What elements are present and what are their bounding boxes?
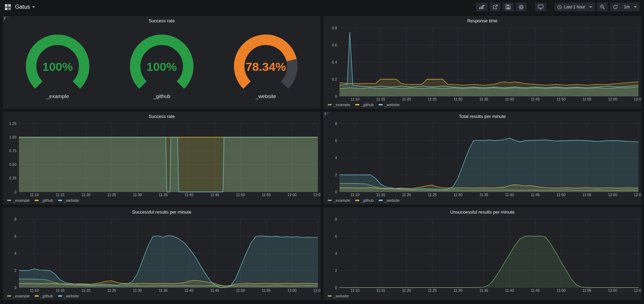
gauge-value: 78.34% [246, 60, 286, 73]
legend-_example[interactable]: _example [7, 198, 30, 202]
gauge-value: 100% [43, 60, 73, 73]
svg-text:11:35: 11:35 [159, 288, 168, 292]
svg-text:11:35: 11:35 [159, 193, 168, 197]
panel-successful-results: Successful results per minute 11:1011:15… [3, 207, 321, 300]
gauge-value: 100% [147, 60, 177, 73]
caret-down-icon [32, 6, 35, 8]
legend-swatch [355, 200, 359, 201]
svg-text:11:30: 11:30 [454, 97, 463, 101]
share-icon [493, 5, 498, 9]
panel-title[interactable]: Successful results per minute [3, 207, 321, 216]
svg-text:11:55: 11:55 [262, 288, 271, 292]
svg-text:2: 2 [335, 268, 337, 273]
share-button[interactable] [490, 2, 501, 12]
svg-text:11:45: 11:45 [531, 193, 540, 197]
svg-text:0.25: 0.25 [9, 176, 17, 180]
svg-text:11:35: 11:35 [479, 193, 488, 197]
svg-text:12:05: 12:05 [634, 97, 641, 101]
panel-title-text: Unsuccessful results per minute [450, 209, 514, 215]
legend-swatch [7, 295, 11, 297]
zoom-out-icon [600, 5, 605, 9]
legend-_github[interactable]: _github [35, 198, 53, 202]
svg-text:11:15: 11:15 [376, 288, 385, 292]
svg-text:1.25: 1.25 [9, 121, 17, 126]
svg-text:11:20: 11:20 [402, 288, 411, 292]
panel-title-text: Successful results per minute [132, 209, 191, 215]
gauge-label: _website [255, 93, 276, 99]
svg-text:12:05: 12:05 [634, 288, 641, 292]
zoom-out-button[interactable] [597, 2, 608, 12]
panel-title[interactable]: Response time [323, 16, 641, 25]
legend-_example[interactable]: _example [7, 294, 30, 298]
svg-text:11:30: 11:30 [133, 193, 142, 197]
save-button[interactable] [503, 2, 514, 12]
successful-results-per-minute-plot[interactable]: 11:1011:1511:2011:2511:3011:3511:4011:45… [6, 216, 321, 293]
refresh-icon [613, 5, 618, 9]
svg-text:2: 2 [335, 173, 337, 177]
response-time-chart: 11:1011:1511:2011:2511:3011:3511:4011:45… [323, 25, 641, 102]
legend-swatch [58, 295, 62, 297]
legend-_github[interactable]: _github [35, 294, 53, 298]
svg-text:11:35: 11:35 [479, 97, 488, 101]
legend-swatch [35, 200, 39, 201]
svg-text:8: 8 [335, 217, 337, 221]
svg-text:11:20: 11:20 [81, 288, 90, 292]
panel-title[interactable]: Success rate [3, 16, 321, 25]
chart-legend: _example_github_website [3, 198, 321, 205]
time-range-button[interactable]: Last 1 hour [554, 2, 595, 12]
panel-title[interactable]: Success rate [3, 112, 321, 121]
svg-text:12:00: 12:00 [287, 193, 297, 197]
panel-title[interactable]: Unsuccessful results per minute [323, 207, 641, 216]
info-icon[interactable]: i [323, 112, 330, 118]
svg-text:11:45: 11:45 [531, 97, 540, 101]
settings-button[interactable] [515, 2, 527, 12]
info-icon[interactable]: i [3, 16, 9, 22]
svg-text:0.2: 0.2 [332, 77, 337, 81]
gauge-_github: 100% _github [116, 32, 207, 100]
add-panel-icon [479, 5, 485, 9]
legend-_example[interactable]: _example [328, 103, 350, 107]
legend-swatch [328, 295, 332, 297]
total-results-per-minute-plot[interactable]: 11:1011:1511:2011:2511:3011:3511:4011:45… [326, 121, 641, 198]
chart-legend: _example_github_website [323, 102, 641, 109]
legend-_website[interactable]: _website [58, 198, 79, 202]
svg-text:12:05: 12:05 [634, 193, 641, 197]
legend-_example[interactable]: _example [328, 198, 350, 202]
legend-swatch [379, 104, 383, 105]
svg-text:11:55: 11:55 [262, 193, 271, 197]
refresh-button[interactable] [610, 2, 621, 12]
svg-text:4: 4 [335, 156, 337, 160]
svg-text:11:15: 11:15 [376, 193, 385, 197]
svg-text:11:30: 11:30 [454, 288, 463, 292]
legend-_website[interactable]: _website [379, 198, 400, 202]
svg-text:11:50: 11:50 [236, 193, 245, 197]
svg-text:11:15: 11:15 [376, 97, 385, 101]
svg-text:4: 4 [14, 251, 16, 255]
svg-text:0.75: 0.75 [9, 149, 17, 153]
svg-text:11:55: 11:55 [583, 193, 592, 197]
refresh-interval-dropdown[interactable]: 1m [621, 2, 640, 12]
response-time-plot[interactable]: 11:1011:1511:2011:2511:3011:3511:4011:45… [326, 25, 641, 102]
legend-swatch [328, 200, 332, 201]
clock-icon [557, 5, 562, 9]
tv-mode-button[interactable] [535, 2, 547, 12]
navbar: Gatus [0, 0, 644, 14]
add-panel-button[interactable] [476, 2, 488, 12]
dashboard-grid-icon[interactable] [4, 3, 12, 11]
panel-title[interactable]: Total results per minute [323, 112, 641, 121]
legend-_github[interactable]: _github [355, 103, 374, 107]
legend-_website[interactable]: _website [379, 103, 400, 107]
unsuccessful-results-per-minute-plot[interactable]: 11:1011:1511:2011:2511:3011:3511:4011:45… [326, 216, 641, 293]
success-rate-graph-plot[interactable]: 11:1011:1511:2011:2511:3011:3511:4011:45… [6, 121, 321, 198]
svg-text:6: 6 [335, 139, 337, 143]
navbar-left: Gatus [4, 3, 35, 11]
svg-text:11:10: 11:10 [351, 288, 360, 292]
legend-_website[interactable]: _website [328, 294, 349, 298]
legend-_website[interactable]: _website [58, 294, 79, 298]
svg-text:11:45: 11:45 [210, 288, 219, 292]
dashboard-title[interactable]: Gatus [15, 4, 35, 10]
panel-total-results: i Total results per minute 11:1011:1511:… [323, 112, 641, 205]
svg-text:11:55: 11:55 [583, 97, 592, 101]
svg-text:0: 0 [335, 190, 337, 194]
legend-_github[interactable]: _github [355, 198, 374, 202]
